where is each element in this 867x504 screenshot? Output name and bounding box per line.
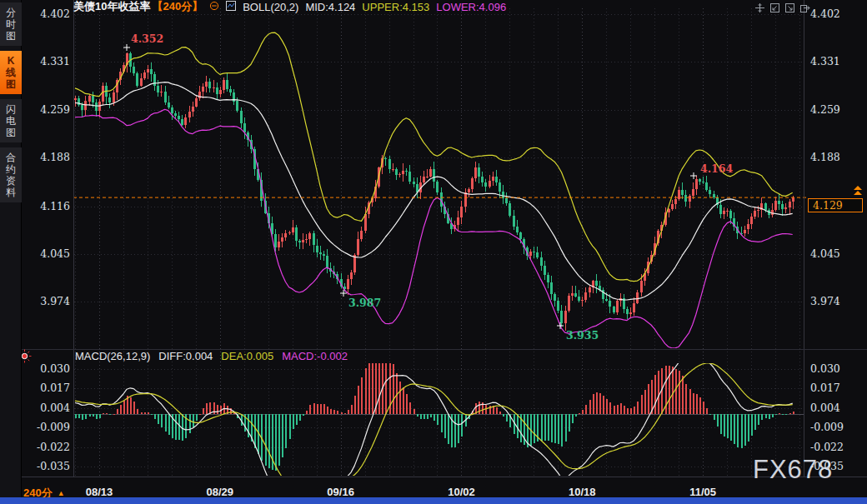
price-annotation: 4.164	[700, 162, 733, 175]
macd-axis-label-right: -0.009	[810, 421, 844, 433]
price-annotation: 3.987	[348, 297, 381, 309]
sidebar-tab-kline[interactable]: K线图	[0, 51, 22, 94]
pan-icon[interactable]	[754, 2, 765, 12]
boll-lower-value: LOWER:4.096	[436, 1, 506, 13]
macd-axis-label: 0.004	[25, 402, 70, 414]
date-label: 11/05	[689, 486, 716, 498]
y-axis-label: 4.259	[32, 103, 70, 116]
chart-canvas[interactable]	[0, 0, 867, 504]
indicator-chart-icon[interactable]	[226, 1, 236, 13]
macd-axis-label: -0.035	[25, 460, 70, 472]
macd-diff-value: DIFF:0.004	[158, 350, 213, 362]
macd-layer	[73, 347, 804, 499]
macd-header: MACD(26,12,9) DIFF:0.004 DEA:0.005 MACD:…	[75, 350, 348, 362]
boll-label: BOLL(20,2)	[243, 1, 298, 13]
y-axis-label: 4.331	[32, 55, 70, 67]
sidebar-tab-contract-info[interactable]: 合约资料	[0, 147, 22, 202]
remove-indicator-icon[interactable]	[209, 1, 219, 13]
horizontal-scrollbar[interactable]	[0, 497, 867, 504]
sidebar-tab-lightning[interactable]: 闪电图	[0, 99, 22, 142]
boll-upper-value: UPPER:4.153	[362, 1, 429, 13]
date-label: 08/29	[207, 486, 234, 498]
y-axis-label-right: 4.188	[810, 151, 840, 163]
snapshot-right-icon[interactable]	[784, 2, 795, 12]
y-axis-label: 3.974	[32, 295, 70, 307]
y-axis-label-right: 4.331	[810, 55, 840, 67]
macd-axis-label-right: 0.004	[810, 402, 840, 414]
boll-mid-value: MID:4.124	[305, 1, 355, 13]
chart-app: 分时图 K线图 闪电图 合约资料 美债10年收益率【240分】 BOLL(20,…	[0, 0, 867, 504]
y-axis-label: 4.045	[32, 247, 70, 260]
date-label: 10/02	[448, 486, 475, 498]
grid-layer	[74, 8, 804, 476]
y-axis-label-right: 4.045	[810, 247, 840, 260]
macd-label: MACD(26,12,9)	[75, 350, 150, 362]
y-axis-label: 4.188	[32, 151, 70, 163]
macd-axis-label-right: 0.030	[810, 362, 840, 375]
export-icon[interactable]	[799, 2, 810, 12]
scroll-to-latest-icon[interactable]	[854, 186, 862, 196]
macd-value: MACD:-0.002	[282, 350, 348, 362]
macd-axis-label-right: -0.022	[810, 441, 844, 453]
chart-toolbar	[754, 2, 810, 12]
macd-dea-value: DEA:0.005	[221, 350, 273, 362]
y-axis-label: 4.402	[32, 7, 70, 20]
watermark: FX678	[753, 455, 833, 485]
macd-axis-label: 0.030	[25, 362, 70, 375]
date-label: 09/16	[327, 486, 354, 498]
date-label: 08/13	[86, 486, 113, 498]
macd-axis-label: 0.017	[25, 382, 70, 394]
y-axis-label: 4.116	[32, 200, 70, 212]
macd-axis-label: -0.009	[25, 421, 70, 433]
last-price-tag: 4.129	[808, 198, 863, 212]
macd-axis-label: -0.022	[25, 441, 70, 453]
snapshot-left-icon[interactable]	[769, 2, 780, 12]
y-axis-label-right: 4.259	[810, 103, 840, 116]
sidebar-tab-timeline[interactable]: 分时图	[0, 2, 22, 46]
period-badge: 【240分】	[152, 0, 203, 14]
macd-axis-label-right: 0.017	[810, 382, 840, 394]
y-axis-label-right: 3.974	[810, 295, 840, 307]
y-axis-label-right: 4.402	[810, 7, 840, 20]
price-annotation: 3.935	[566, 329, 599, 342]
date-label: 10/18	[569, 486, 596, 498]
chart-header: 美债10年收益率【240分】 BOLL(20,2) MID:4.124 UPPE…	[73, 0, 506, 13]
period-selector-arrow-icon: ▲	[58, 489, 65, 497]
candlesticks-layer	[74, 52, 794, 331]
price-annotation: 4.352	[131, 32, 163, 45]
bollinger-layer	[75, 32, 793, 348]
chart-title: 美债10年收益率	[73, 0, 150, 14]
sidebar: 分时图 K线图 闪电图 合约资料	[0, 0, 22, 504]
